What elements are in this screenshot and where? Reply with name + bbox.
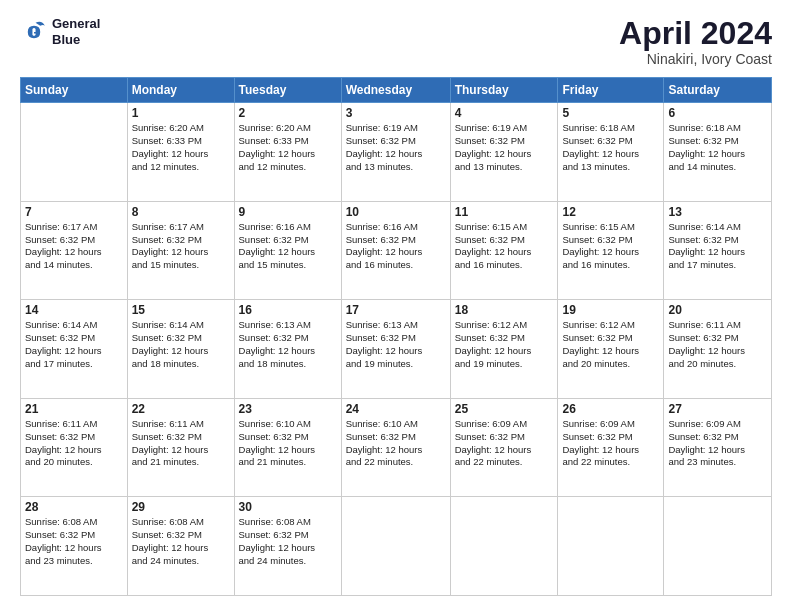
calendar-cell: 26Sunrise: 6:09 AM Sunset: 6:32 PM Dayli… — [558, 398, 664, 497]
day-info: Sunrise: 6:18 AM Sunset: 6:32 PM Dayligh… — [668, 122, 767, 173]
day-number: 16 — [239, 303, 337, 317]
calendar-cell: 16Sunrise: 6:13 AM Sunset: 6:32 PM Dayli… — [234, 300, 341, 399]
calendar-week-row: 14Sunrise: 6:14 AM Sunset: 6:32 PM Dayli… — [21, 300, 772, 399]
calendar-cell: 12Sunrise: 6:15 AM Sunset: 6:32 PM Dayli… — [558, 201, 664, 300]
day-info: Sunrise: 6:20 AM Sunset: 6:33 PM Dayligh… — [132, 122, 230, 173]
calendar-cell: 30Sunrise: 6:08 AM Sunset: 6:32 PM Dayli… — [234, 497, 341, 596]
day-info: Sunrise: 6:14 AM Sunset: 6:32 PM Dayligh… — [132, 319, 230, 370]
day-number: 18 — [455, 303, 554, 317]
calendar-cell: 21Sunrise: 6:11 AM Sunset: 6:32 PM Dayli… — [21, 398, 128, 497]
header: General Blue April 2024 Ninakiri, Ivory … — [20, 16, 772, 67]
calendar-cell: 24Sunrise: 6:10 AM Sunset: 6:32 PM Dayli… — [341, 398, 450, 497]
day-of-week-header: Wednesday — [341, 78, 450, 103]
day-number: 6 — [668, 106, 767, 120]
calendar-cell — [21, 103, 128, 202]
day-number: 20 — [668, 303, 767, 317]
day-info: Sunrise: 6:10 AM Sunset: 6:32 PM Dayligh… — [346, 418, 446, 469]
calendar-cell: 6Sunrise: 6:18 AM Sunset: 6:32 PM Daylig… — [664, 103, 772, 202]
calendar-cell: 20Sunrise: 6:11 AM Sunset: 6:32 PM Dayli… — [664, 300, 772, 399]
day-number: 9 — [239, 205, 337, 219]
day-number: 25 — [455, 402, 554, 416]
day-number: 17 — [346, 303, 446, 317]
calendar-cell: 9Sunrise: 6:16 AM Sunset: 6:32 PM Daylig… — [234, 201, 341, 300]
calendar-cell: 10Sunrise: 6:16 AM Sunset: 6:32 PM Dayli… — [341, 201, 450, 300]
calendar-cell: 7Sunrise: 6:17 AM Sunset: 6:32 PM Daylig… — [21, 201, 128, 300]
day-of-week-header: Sunday — [21, 78, 128, 103]
day-number: 5 — [562, 106, 659, 120]
day-number: 10 — [346, 205, 446, 219]
day-info: Sunrise: 6:11 AM Sunset: 6:32 PM Dayligh… — [668, 319, 767, 370]
day-info: Sunrise: 6:17 AM Sunset: 6:32 PM Dayligh… — [25, 221, 123, 272]
calendar-cell: 14Sunrise: 6:14 AM Sunset: 6:32 PM Dayli… — [21, 300, 128, 399]
day-info: Sunrise: 6:19 AM Sunset: 6:32 PM Dayligh… — [455, 122, 554, 173]
calendar-week-row: 28Sunrise: 6:08 AM Sunset: 6:32 PM Dayli… — [21, 497, 772, 596]
day-info: Sunrise: 6:08 AM Sunset: 6:32 PM Dayligh… — [25, 516, 123, 567]
day-info: Sunrise: 6:11 AM Sunset: 6:32 PM Dayligh… — [25, 418, 123, 469]
day-info: Sunrise: 6:12 AM Sunset: 6:32 PM Dayligh… — [455, 319, 554, 370]
day-number: 19 — [562, 303, 659, 317]
main-title: April 2024 — [619, 16, 772, 51]
day-number: 26 — [562, 402, 659, 416]
calendar-week-row: 1Sunrise: 6:20 AM Sunset: 6:33 PM Daylig… — [21, 103, 772, 202]
day-info: Sunrise: 6:08 AM Sunset: 6:32 PM Dayligh… — [239, 516, 337, 567]
day-number: 3 — [346, 106, 446, 120]
day-number: 14 — [25, 303, 123, 317]
day-number: 7 — [25, 205, 123, 219]
day-number: 30 — [239, 500, 337, 514]
logo-text: General Blue — [52, 16, 100, 47]
calendar-cell: 15Sunrise: 6:14 AM Sunset: 6:32 PM Dayli… — [127, 300, 234, 399]
day-info: Sunrise: 6:13 AM Sunset: 6:32 PM Dayligh… — [239, 319, 337, 370]
day-info: Sunrise: 6:18 AM Sunset: 6:32 PM Dayligh… — [562, 122, 659, 173]
day-info: Sunrise: 6:14 AM Sunset: 6:32 PM Dayligh… — [668, 221, 767, 272]
day-info: Sunrise: 6:08 AM Sunset: 6:32 PM Dayligh… — [132, 516, 230, 567]
page: General Blue April 2024 Ninakiri, Ivory … — [0, 0, 792, 612]
calendar-cell: 27Sunrise: 6:09 AM Sunset: 6:32 PM Dayli… — [664, 398, 772, 497]
day-info: Sunrise: 6:09 AM Sunset: 6:32 PM Dayligh… — [668, 418, 767, 469]
day-info: Sunrise: 6:13 AM Sunset: 6:32 PM Dayligh… — [346, 319, 446, 370]
day-number: 22 — [132, 402, 230, 416]
day-info: Sunrise: 6:09 AM Sunset: 6:32 PM Dayligh… — [562, 418, 659, 469]
calendar-table: SundayMondayTuesdayWednesdayThursdayFrid… — [20, 77, 772, 596]
day-number: 8 — [132, 205, 230, 219]
calendar-cell: 29Sunrise: 6:08 AM Sunset: 6:32 PM Dayli… — [127, 497, 234, 596]
calendar-cell: 23Sunrise: 6:10 AM Sunset: 6:32 PM Dayli… — [234, 398, 341, 497]
calendar-cell: 2Sunrise: 6:20 AM Sunset: 6:33 PM Daylig… — [234, 103, 341, 202]
day-of-week-header: Friday — [558, 78, 664, 103]
calendar-cell — [558, 497, 664, 596]
day-info: Sunrise: 6:16 AM Sunset: 6:32 PM Dayligh… — [346, 221, 446, 272]
logo: General Blue — [20, 16, 100, 47]
day-number: 1 — [132, 106, 230, 120]
calendar-cell: 22Sunrise: 6:11 AM Sunset: 6:32 PM Dayli… — [127, 398, 234, 497]
day-of-week-header: Monday — [127, 78, 234, 103]
day-number: 29 — [132, 500, 230, 514]
day-number: 2 — [239, 106, 337, 120]
day-info: Sunrise: 6:10 AM Sunset: 6:32 PM Dayligh… — [239, 418, 337, 469]
calendar-cell: 5Sunrise: 6:18 AM Sunset: 6:32 PM Daylig… — [558, 103, 664, 202]
calendar-cell: 18Sunrise: 6:12 AM Sunset: 6:32 PM Dayli… — [450, 300, 558, 399]
calendar-cell: 25Sunrise: 6:09 AM Sunset: 6:32 PM Dayli… — [450, 398, 558, 497]
day-of-week-header: Tuesday — [234, 78, 341, 103]
day-number: 15 — [132, 303, 230, 317]
day-number: 28 — [25, 500, 123, 514]
day-info: Sunrise: 6:17 AM Sunset: 6:32 PM Dayligh… — [132, 221, 230, 272]
day-info: Sunrise: 6:09 AM Sunset: 6:32 PM Dayligh… — [455, 418, 554, 469]
day-info: Sunrise: 6:15 AM Sunset: 6:32 PM Dayligh… — [455, 221, 554, 272]
day-of-week-header: Thursday — [450, 78, 558, 103]
generalblue-icon — [20, 18, 48, 46]
day-info: Sunrise: 6:20 AM Sunset: 6:33 PM Dayligh… — [239, 122, 337, 173]
day-number: 21 — [25, 402, 123, 416]
day-of-week-header: Saturday — [664, 78, 772, 103]
title-block: April 2024 Ninakiri, Ivory Coast — [619, 16, 772, 67]
day-info: Sunrise: 6:12 AM Sunset: 6:32 PM Dayligh… — [562, 319, 659, 370]
calendar-header-row: SundayMondayTuesdayWednesdayThursdayFrid… — [21, 78, 772, 103]
calendar-week-row: 21Sunrise: 6:11 AM Sunset: 6:32 PM Dayli… — [21, 398, 772, 497]
day-info: Sunrise: 6:14 AM Sunset: 6:32 PM Dayligh… — [25, 319, 123, 370]
day-number: 13 — [668, 205, 767, 219]
day-number: 23 — [239, 402, 337, 416]
calendar-cell — [341, 497, 450, 596]
day-number: 24 — [346, 402, 446, 416]
calendar-cell: 11Sunrise: 6:15 AM Sunset: 6:32 PM Dayli… — [450, 201, 558, 300]
calendar-cell: 1Sunrise: 6:20 AM Sunset: 6:33 PM Daylig… — [127, 103, 234, 202]
day-info: Sunrise: 6:15 AM Sunset: 6:32 PM Dayligh… — [562, 221, 659, 272]
day-number: 4 — [455, 106, 554, 120]
